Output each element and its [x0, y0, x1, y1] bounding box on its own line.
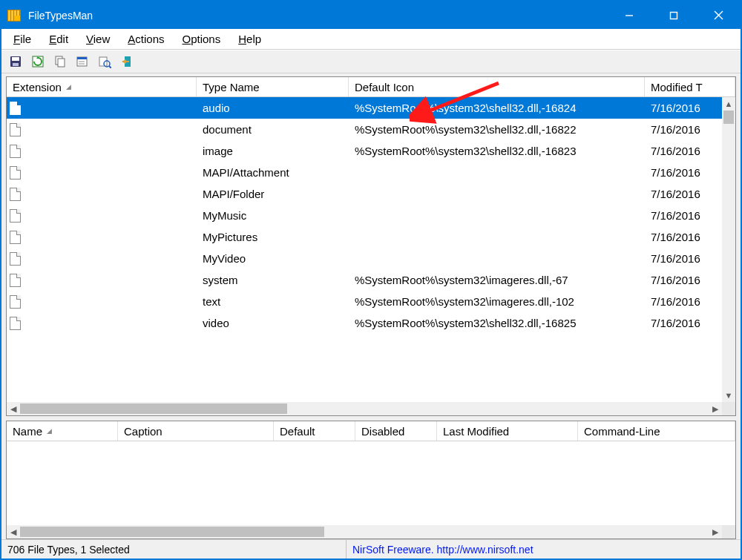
row-icon	[7, 166, 23, 179]
status-credits[interactable]: NirSoft Freeware. http://www.nirsoft.net	[347, 540, 741, 559]
column-extension[interactable]: Extension◢	[7, 77, 197, 96]
svg-rect-9	[58, 59, 65, 67]
svg-rect-1	[671, 12, 677, 19]
filetypes-body[interactable]: audio%SystemRoot%\system32\shell32.dll,-…	[7, 97, 735, 402]
properties-icon[interactable]	[74, 53, 91, 70]
maximize-button[interactable]	[651, 1, 696, 29]
window-controls	[607, 1, 741, 29]
table-row[interactable]: MAPI/Folder7/16/2016	[7, 183, 735, 205]
cell-typename: MyMusic	[197, 209, 349, 222]
row-icon	[7, 252, 23, 266]
file-icon	[10, 188, 21, 201]
hscroll-thumb[interactable]	[20, 403, 287, 414]
svg-rect-5	[12, 57, 19, 61]
hscroll-thumb[interactable]	[20, 527, 324, 537]
scroll-left-icon[interactable]: ◀	[7, 402, 20, 415]
table-row[interactable]: MyMusic7/16/2016	[7, 205, 735, 226]
cell-defaulticon: %SystemRoot%\system32\shell32.dll,-16825	[349, 317, 645, 329]
menu-options[interactable]: Options	[175, 31, 229, 47]
row-icon	[7, 102, 23, 115]
table-row[interactable]: MAPI/Attachment7/16/2016	[7, 162, 735, 183]
window-title: FileTypesMan	[28, 10, 607, 22]
table-row[interactable]: text%SystemRoot%\system32\imageres.dll,-…	[7, 291, 735, 312]
table-row[interactable]: MyVideo7/16/2016	[7, 248, 735, 269]
status-count: 706 File Types, 1 Selected	[1, 540, 347, 559]
scroll-up-icon[interactable]: ▲	[722, 97, 735, 111]
save-icon[interactable]	[7, 53, 24, 70]
cell-typename: MAPI/Attachment	[197, 166, 349, 179]
table-row[interactable]: MyPictures7/16/2016	[7, 226, 735, 248]
scroll-left-icon[interactable]: ◀	[7, 525, 20, 538]
row-icon	[7, 209, 23, 223]
actions-body[interactable]	[7, 441, 735, 525]
horizontal-scrollbar-top[interactable]: ◀ ▶	[7, 402, 735, 415]
menu-help[interactable]: Help	[231, 31, 269, 47]
column-defaulticon[interactable]: Default Icon	[349, 77, 645, 96]
table-row[interactable]: image%SystemRoot%\system32\shell32.dll,-…	[7, 140, 735, 162]
row-icon	[7, 274, 23, 287]
close-button[interactable]	[696, 1, 741, 29]
file-icon	[10, 123, 21, 136]
actions-list-panel: Name◢ Caption Default Disabled Last Modi…	[6, 421, 736, 539]
cell-typename: MyVideo	[197, 252, 349, 265]
column-typename[interactable]: Type Name	[197, 77, 349, 96]
file-icon	[10, 102, 21, 115]
column-lastmodified[interactable]: Last Modified	[437, 421, 578, 441]
cell-typename: image	[197, 145, 349, 157]
vertical-scrollbar[interactable]: ▲ ▼	[722, 97, 735, 402]
scroll-thumb[interactable]	[723, 111, 734, 124]
cell-typename: video	[197, 317, 349, 329]
svg-line-16	[109, 66, 111, 68]
column-disabled[interactable]: Disabled	[355, 421, 437, 441]
cell-defaulticon: %SystemRoot%\system32\shell32.dll,-16824	[349, 102, 645, 114]
cell-defaulticon: %SystemRoot%\system32\imageres.dll,-102	[349, 295, 645, 308]
cell-typename: document	[197, 123, 349, 136]
row-icon	[7, 317, 23, 330]
column-commandline[interactable]: Command-Line	[578, 421, 735, 441]
scroll-right-icon[interactable]: ▶	[709, 402, 722, 415]
filetypes-list-panel: Extension◢ Type Name Default Icon Modifi…	[6, 76, 736, 416]
scroll-right-icon[interactable]: ▶	[709, 525, 722, 538]
file-icon	[10, 295, 21, 309]
file-icon	[10, 274, 21, 287]
menu-actions[interactable]: Actions	[120, 31, 171, 47]
refresh-icon[interactable]	[30, 53, 46, 70]
row-icon	[7, 123, 23, 136]
table-row[interactable]: video%SystemRoot%\system32\shell32.dll,-…	[7, 312, 735, 334]
sort-indicator-icon: ◢	[66, 83, 71, 90]
cell-typename: MyPictures	[197, 231, 349, 243]
sort-indicator-icon: ◢	[47, 427, 52, 435]
svg-rect-6	[13, 63, 19, 66]
table-row[interactable]: document%SystemRoot%\system32\shell32.dl…	[7, 119, 735, 140]
table-row[interactable]: system%SystemRoot%\system32\imageres.dll…	[7, 269, 735, 291]
column-default[interactable]: Default	[274, 421, 355, 441]
cell-typename: audio	[197, 102, 349, 114]
row-icon	[7, 295, 23, 309]
row-icon	[7, 231, 23, 244]
row-icon	[7, 188, 23, 201]
horizontal-scrollbar-bottom[interactable]: ◀ ▶	[7, 525, 735, 538]
table-row[interactable]: audio%SystemRoot%\system32\shell32.dll,-…	[7, 97, 735, 119]
file-icon	[10, 317, 21, 330]
cell-defaulticon: %SystemRoot%\system32\imageres.dll,-67	[349, 274, 645, 286]
column-modifiedtime[interactable]: Modified T	[645, 77, 735, 96]
cell-typename: system	[197, 274, 349, 286]
menu-view[interactable]: View	[79, 31, 117, 47]
minimize-button[interactable]	[607, 1, 651, 29]
scroll-down-icon[interactable]: ▼	[722, 389, 735, 402]
svg-rect-11	[77, 57, 87, 59]
copy-icon[interactable]	[52, 53, 68, 70]
menu-file[interactable]: File	[6, 31, 39, 47]
cell-defaulticon: %SystemRoot%\system32\shell32.dll,-16822	[349, 123, 645, 136]
find-icon[interactable]	[96, 53, 113, 70]
exit-icon[interactable]	[119, 53, 135, 70]
toolbar	[1, 50, 741, 73]
column-name[interactable]: Name◢	[7, 421, 118, 441]
row-icon	[7, 145, 23, 158]
titlebar: FileTypesMan	[1, 1, 741, 29]
file-icon	[10, 231, 21, 244]
menu-edit[interactable]: Edit	[42, 31, 76, 47]
menubar: File Edit View Actions Options Help	[1, 29, 741, 50]
column-caption[interactable]: Caption	[118, 421, 274, 441]
file-icon	[10, 166, 21, 179]
